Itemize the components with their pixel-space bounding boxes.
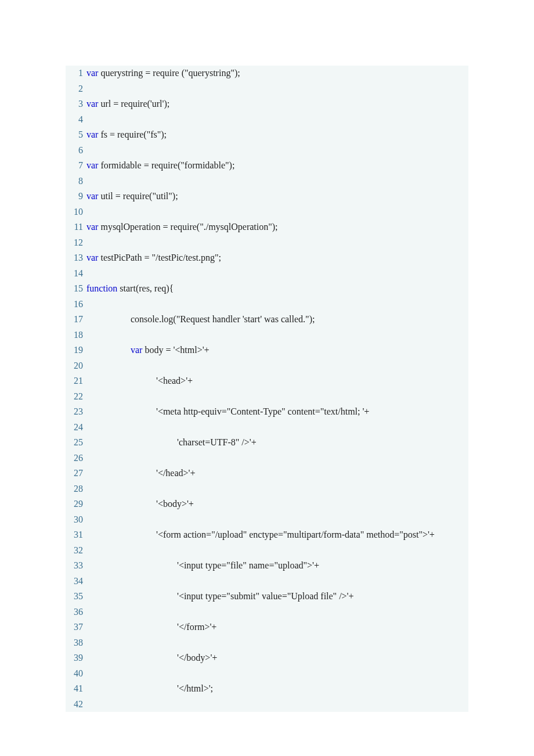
code-content (86, 604, 89, 620)
code-content (86, 543, 89, 559)
line-number: 36 (66, 604, 86, 620)
line-number: 21 (66, 373, 86, 389)
code-content (86, 204, 89, 220)
line-number: 30 (66, 512, 86, 528)
line-number: 39 (66, 650, 86, 666)
line-number: 27 (66, 466, 86, 481)
code-line: 8 (66, 174, 468, 189)
code-content (86, 297, 89, 312)
code-content: var fs = require("fs"); (86, 127, 167, 143)
code-line: 6 (66, 143, 468, 159)
line-number: 14 (66, 266, 86, 282)
line-number: 23 (66, 404, 86, 420)
code-line: 7var formidable = require("formidable"); (66, 158, 468, 174)
code-content (86, 81, 89, 97)
code-content: '<input type="submit" value="Upload file… (86, 589, 354, 604)
code-line: 32 (66, 543, 468, 559)
code-content (86, 358, 89, 374)
code-content (86, 481, 89, 497)
code-content (86, 266, 89, 282)
code-line: 28 (66, 481, 468, 497)
code-line: 31 '<form action="/upload" enctype="mult… (66, 527, 468, 543)
code-line: 23 '<meta http-equiv="Content-Type" cont… (66, 404, 468, 420)
line-number: 35 (66, 589, 86, 604)
code-content (86, 327, 89, 343)
line-number: 2 (66, 81, 86, 97)
code-line: 38 (66, 635, 468, 651)
code-content: '<body>'+ (86, 496, 194, 512)
code-line: 18 (66, 327, 468, 343)
code-line: 2 (66, 81, 468, 97)
line-number: 26 (66, 451, 86, 466)
line-number: 5 (66, 127, 86, 143)
code-content (86, 635, 89, 651)
code-line: 19 var body = '<html>'+ (66, 343, 468, 358)
code-line: 27 '</head>'+ (66, 466, 468, 481)
code-line: 39 '</body>'+ (66, 650, 468, 666)
line-number: 1 (66, 66, 86, 81)
line-number: 15 (66, 281, 86, 297)
code-line: 35 '<input type="submit" value="Upload f… (66, 589, 468, 604)
code-line: 4 (66, 112, 468, 128)
line-number: 10 (66, 204, 86, 220)
code-content: var url = require('url'); (86, 96, 169, 112)
code-content (86, 235, 89, 251)
line-number: 31 (66, 527, 86, 543)
line-number: 8 (66, 174, 86, 189)
code-content (86, 143, 89, 159)
line-number: 18 (66, 327, 86, 343)
code-line: 1var querystring = require ("querystring… (66, 66, 468, 81)
line-number: 19 (66, 343, 86, 358)
code-line: 34 (66, 574, 468, 589)
code-line: 5var fs = require("fs"); (66, 127, 468, 143)
code-content: '<input type="file" name="upload">'+ (86, 558, 319, 574)
code-content (86, 574, 89, 589)
code-content: '<head>'+ (86, 373, 193, 389)
code-line: 16 (66, 297, 468, 312)
code-line: 33 '<input type="file" name="upload">'+ (66, 558, 468, 574)
code-content (86, 451, 89, 466)
code-content: var mysqlOperation = require("./mysqlOpe… (86, 219, 278, 235)
code-content: var testPicPath = "/testPic/test.png"; (86, 250, 221, 266)
code-content: var formidable = require("formidable"); (86, 158, 234, 174)
code-content: '<meta http-equiv="Content-Type" content… (86, 404, 369, 420)
code-content: '</head>'+ (86, 466, 195, 481)
code-content (86, 512, 89, 528)
line-number: 16 (66, 297, 86, 312)
code-content (86, 420, 89, 435)
code-line: 3var url = require('url'); (66, 96, 468, 112)
code-content (86, 112, 89, 128)
line-number: 33 (66, 558, 86, 574)
code-content: var util = require("util"); (86, 189, 178, 204)
code-content: console.log("Request handler 'start' was… (86, 312, 315, 327)
code-content: '<form action="/upload" enctype="multipa… (86, 527, 435, 543)
code-line: 42 (66, 697, 468, 712)
line-number: 13 (66, 250, 86, 266)
line-number: 41 (66, 681, 86, 697)
line-number: 20 (66, 358, 86, 374)
line-number: 12 (66, 235, 86, 251)
code-line: 20 (66, 358, 468, 374)
line-number: 25 (66, 435, 86, 451)
code-line: 14 (66, 266, 468, 282)
code-line: 13var testPicPath = "/testPic/test.png"; (66, 250, 468, 266)
code-content (86, 389, 89, 405)
code-line: 37 '</form>'+ (66, 620, 468, 635)
line-number: 28 (66, 481, 86, 497)
code-line: 9var util = require("util"); (66, 189, 468, 204)
line-number: 3 (66, 96, 86, 112)
code-content (86, 697, 89, 712)
code-content: '</html>'; (86, 681, 213, 697)
code-line: 36 (66, 604, 468, 620)
code-line: 30 (66, 512, 468, 528)
line-number: 22 (66, 389, 86, 405)
code-content: 'charset=UTF-8" />'+ (86, 435, 257, 451)
code-content: '</form>'+ (86, 620, 217, 635)
line-number: 34 (66, 574, 86, 589)
line-number: 32 (66, 543, 86, 559)
line-number: 9 (66, 189, 86, 204)
line-number: 17 (66, 312, 86, 327)
code-line: 22 (66, 389, 468, 405)
code-content: var querystring = require ("querystring"… (86, 66, 240, 81)
code-line: 26 (66, 451, 468, 466)
